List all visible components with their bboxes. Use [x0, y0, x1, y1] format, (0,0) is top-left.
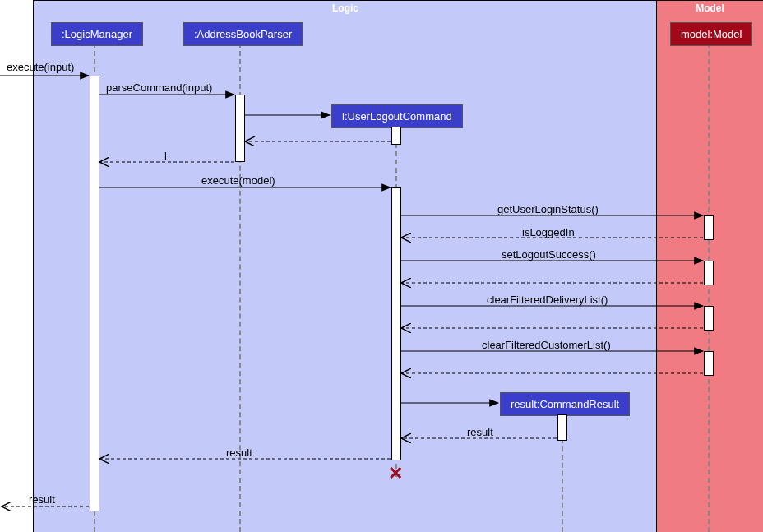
msg-getloginstatus: getUserLoginStatus() [497, 203, 599, 215]
model-lifeline [708, 43, 710, 532]
logic-frame-label: Logic [326, 1, 365, 16]
msg-cleardelivery: clearFilteredDeliveryList() [487, 294, 608, 306]
msg-execute-input: execute(input) [7, 61, 74, 73]
model-activation-3 [704, 306, 714, 331]
model-activation-2 [704, 261, 714, 285]
logoutcmd-participant: l:UserLogoutCommand [331, 104, 463, 128]
parser-activation [235, 95, 245, 162]
msg-result-3: result [29, 493, 55, 506]
model-participant: model:Model [670, 22, 752, 46]
logoutcmd-activation-2 [391, 187, 401, 460]
model-activation-4 [704, 351, 714, 376]
model-activation-1 [704, 215, 714, 240]
msg-parsecommand: parseCommand(input) [106, 81, 212, 94]
commandresult-participant: result:CommandResult [500, 392, 630, 416]
msg-return-l: l [164, 150, 167, 162]
model-frame-label: Model [689, 1, 731, 16]
destroy-icon: ✕ [388, 463, 403, 484]
logoutcmd-activation-1 [391, 127, 401, 145]
msg-isloggedin: isLoggedIn [522, 226, 575, 238]
msg-clearcustomer: clearFilteredCustomerList() [482, 339, 611, 351]
msg-result-2: result [226, 446, 252, 459]
msg-setlogout: setLogoutSuccess() [502, 248, 596, 261]
commandresult-activation [557, 414, 567, 441]
msg-result-1: result [467, 426, 493, 438]
logicmanager-participant: :LogicManager [51, 22, 143, 46]
parser-participant: :AddressBookParser [183, 22, 303, 46]
logicmanager-activation [90, 76, 99, 511]
logic-frame: Logic [33, 0, 658, 532]
sequence-diagram: Logic Model :LogicManager :AddressBookPa… [0, 0, 763, 532]
msg-execute-model: execute(model) [201, 174, 275, 187]
